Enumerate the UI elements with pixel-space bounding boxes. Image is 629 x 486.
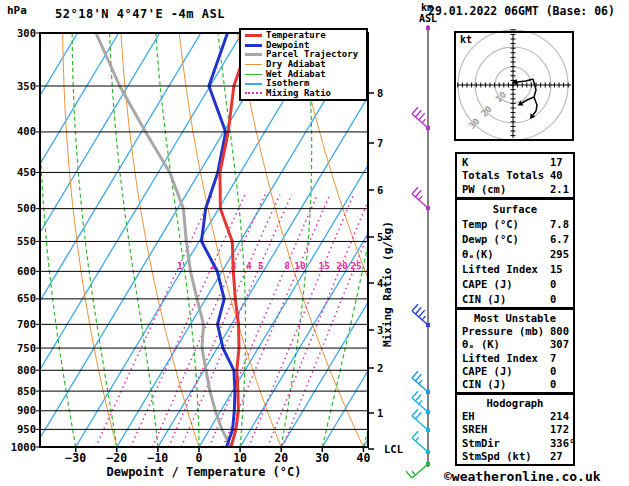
legend-swatch-line	[245, 64, 262, 65]
pressure-tick-label: 850	[17, 385, 36, 397]
legend-swatch-line	[245, 34, 262, 37]
info-value: 2.1	[550, 183, 569, 195]
wind-barb-tick	[415, 374, 421, 381]
wind-barb-tick	[419, 113, 425, 120]
info-value: 214	[550, 410, 569, 422]
info-label: Pressure (mb)	[462, 325, 544, 337]
legend-swatch-line	[245, 74, 262, 75]
wet-adiabat-line	[110, 33, 158, 447]
legend-label: Temperature	[266, 31, 326, 40]
date-title: 29.01.2022 06GMT (Base: 06)	[428, 4, 615, 18]
mixing-ratio-value-label: 5	[258, 260, 264, 271]
mixing-ratio-value-label: 10	[294, 260, 306, 271]
info-label: Totals Totals	[462, 169, 544, 181]
pressure-tick-label: 900	[17, 404, 36, 416]
info-label: EH	[462, 410, 475, 422]
wind-barb-tick	[412, 371, 418, 378]
info-value: 295	[550, 248, 569, 260]
info-label: θₑ(K)	[462, 248, 494, 260]
wind-barb-tick	[412, 409, 418, 416]
mixing-ratio-axis-label: Mixing Ratio (g/kg)	[381, 221, 394, 347]
info-box-indices: K17Totals Totals40PW (cm)2.1	[455, 152, 575, 199]
info-value: 0	[550, 365, 556, 377]
info-value: 15	[550, 263, 563, 275]
hodograph-unit-label: kt	[460, 34, 472, 45]
wind-barb-tick	[412, 304, 418, 311]
info-label: K	[462, 156, 468, 168]
copyright: ©weatheronline.co.uk	[444, 469, 601, 484]
mixing-ratio-line	[153, 195, 266, 447]
wind-barb-staff	[412, 464, 428, 478]
info-label: Temp (°C)	[462, 218, 519, 230]
info-row: CAPE (J)0	[457, 365, 573, 377]
info-row: EH214	[457, 410, 573, 422]
wind-barb-staff	[412, 416, 428, 430]
info-label: CAPE (J)	[462, 365, 513, 377]
info-row: Lifted Index15	[457, 263, 573, 275]
wind-barb-tick	[415, 190, 421, 197]
isotherm-line	[0, 33, 78, 447]
info-value: 17	[550, 156, 563, 168]
info-label: Lifted Index	[462, 263, 538, 275]
info-row: Lifted Index7	[457, 352, 573, 364]
legend-item: Isotherm	[241, 79, 366, 88]
isotherm-line	[0, 33, 242, 447]
wind-barb-staff	[412, 114, 428, 128]
km-tick-label: 8	[377, 87, 383, 99]
legend-swatch-dotted	[245, 92, 262, 94]
wind-barb-tick	[415, 110, 421, 117]
info-box-title: Most Unstable	[457, 312, 573, 324]
dry-adiabat-line	[63, 33, 117, 447]
info-row: θₑ (K)307	[457, 338, 573, 350]
info-box-title: Hodograph	[457, 397, 573, 409]
km-tick-label: 1	[377, 407, 383, 419]
pressure-tick-label: 600	[17, 265, 36, 277]
info-label: StmSpd (kt)	[462, 450, 532, 462]
temp-tick-label: 0	[196, 451, 203, 465]
legend-label: Isotherm	[266, 79, 309, 88]
wind-barb-tick	[415, 307, 421, 314]
info-box-most-unstable: Most UnstablePressure (mb)800θₑ (K)307Li…	[455, 308, 575, 394]
legend: TemperatureDewpointParcel TrajectoryDry …	[239, 28, 368, 101]
temp-tick-label: 40	[356, 451, 370, 465]
info-label: Lifted Index	[462, 352, 538, 364]
temp-tick-label: −30	[65, 451, 86, 465]
legend-swatch-line	[245, 53, 262, 56]
info-row: Pressure (mb)800	[457, 325, 573, 337]
info-label: CAPE (J)	[462, 278, 513, 290]
info-label: CIN (J)	[462, 293, 506, 305]
info-value: 27	[550, 450, 563, 462]
temp-tick-label: −20	[106, 451, 127, 465]
legend-label: Dry Adiabat	[266, 60, 326, 69]
pressure-tick-label: 800	[17, 364, 36, 376]
pressure-tick-label: 750	[17, 342, 36, 354]
pressure-tick-label: 500	[17, 202, 36, 214]
legend-label: Mixing Ratio	[266, 89, 331, 98]
info-value: 0	[550, 293, 556, 305]
hodograph-trace	[533, 97, 537, 115]
info-label: Dewp (°C)	[462, 233, 519, 245]
wind-barb-staff	[412, 378, 428, 392]
info-value: 7	[550, 352, 556, 364]
wind-barb-tick	[415, 412, 421, 419]
info-value: 6.7	[550, 233, 569, 245]
wind-barb-staff	[412, 438, 428, 452]
info-value: 40	[550, 169, 563, 181]
info-row: K17	[457, 156, 573, 168]
wind-barb-tick	[419, 310, 425, 317]
mixing-ratio-value-label: 1	[177, 260, 183, 271]
legend-item: Temperature	[241, 31, 366, 40]
info-row: Temp (°C)7.8	[457, 218, 573, 230]
km-tick-label: 2	[377, 362, 383, 374]
pressure-tick-label: 400	[17, 125, 36, 137]
temp-tick-label: 10	[233, 451, 247, 465]
info-label: SREH	[462, 423, 487, 435]
info-row: θₑ(K)295	[457, 248, 573, 260]
wind-barb-staff	[412, 194, 428, 208]
legend-swatch-line	[245, 83, 262, 85]
info-value: 336°	[550, 437, 575, 449]
temp-tick-label: −10	[148, 451, 169, 465]
wind-barb-tick	[412, 187, 418, 194]
pressure-tick-label: 650	[17, 292, 36, 304]
pressure-tick-label: 1000	[11, 441, 36, 453]
